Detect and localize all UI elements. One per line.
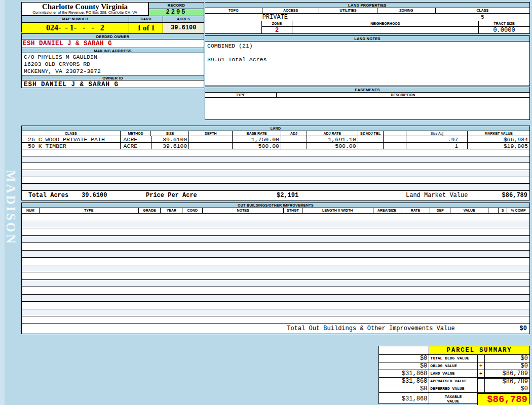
summary-left-value: $0 <box>379 362 429 370</box>
summary-left-value: $31,868 <box>379 370 429 377</box>
land-row-method: ACRE <box>121 136 151 142</box>
land-market-value-label: Land Market Value <box>406 192 468 199</box>
land-row-sz-adj-tbl <box>358 136 384 142</box>
empty-row <box>22 316 529 324</box>
acres-label: ACRES <box>163 16 204 22</box>
land-row-class: 50 K TIMBER <box>22 143 121 149</box>
deeded-owner-value: ESH DANIEL J & SARAH G <box>22 39 204 48</box>
summary-right-value: $86,789 <box>485 378 529 385</box>
land-row-depth <box>189 143 233 149</box>
ob-col-year: YEAR <box>161 208 182 213</box>
summary-left-value: $0 <box>379 355 429 362</box>
land-note-line: 39.61 Total Acres <box>207 56 529 63</box>
summary-left-value: $31,868 <box>379 393 429 405</box>
deeded-owner-label: DEEDED OWNER <box>22 34 204 39</box>
land-col-depth: DEPTH <box>189 131 233 136</box>
summary-row-taxable: $31,868 TAXABLE VALUE $86,789 <box>379 393 529 405</box>
land-totals-row: Total Acres 39.6100 Price Per Acre $2,19… <box>22 191 529 200</box>
record-value: 2295 <box>149 9 204 16</box>
col-zoning: ZONING <box>377 8 436 13</box>
land-note-line: COMBINED (21) <box>207 43 529 49</box>
summary-right-value: $0 <box>485 362 529 370</box>
county-header-box: Charlotte County Virginia Commissioner o… <box>21 2 148 16</box>
land-col-size: SIZE <box>151 131 189 136</box>
land-row-base-rate: 1,750.00 <box>233 136 281 142</box>
mailing-address-line: MCKENNY, VA 23872-3872 <box>24 68 204 75</box>
out-buildings-title: OUT BUILDINGS/OTHER IMPROVEMENTS <box>22 203 529 208</box>
tract-size-value: 0.0000 <box>479 27 529 34</box>
owner-id-label: OWNER ID <box>22 75 204 80</box>
col-access: ACCESS <box>262 8 320 13</box>
mailing-address-label: MAILING ADDRESS <box>22 48 204 53</box>
card-label: CARD <box>129 16 164 22</box>
empty-row <box>22 156 529 164</box>
land-col-size-adj: Size Adj <box>406 131 468 136</box>
land-col-method: METHOD <box>121 131 151 136</box>
ob-col-dep: DEP <box>430 208 450 213</box>
empty-row <box>22 177 529 184</box>
ob-col-value: VALUE <box>450 208 488 213</box>
summary-label: DEFERRED VALUE <box>429 385 477 392</box>
land-row-class: 26 C WOOD PRIVATE PATH <box>22 136 121 142</box>
price-per-acre-label: Price Per Acre <box>146 192 197 199</box>
ob-col-type: TYPE <box>40 208 139 213</box>
col-class: CLASS <box>436 8 529 13</box>
total-acres-value: 39.6100 <box>82 192 107 199</box>
record-box: RECORD 2295 <box>148 2 204 16</box>
easements-box: EASEMENTS TYPE DESCRIPTION <box>205 87 530 120</box>
ob-col-blank <box>488 208 499 213</box>
card-value: 1 of 1 <box>129 23 164 33</box>
parcel-summary: PARCEL SUMMARY $0 TOTAL BLDG VALUE $0 $0… <box>378 346 530 404</box>
empty-row <box>22 184 529 191</box>
col-utilities: UTILITIES <box>319 8 377 13</box>
mailing-address-line: C/O PHYLLIS M GAULDIN <box>24 54 204 61</box>
ob-col-notes: NOTES <box>203 208 284 213</box>
owner-block: DEEDED OWNER ESH DANIEL J & SARAH G MAIL… <box>21 33 204 88</box>
empty-row <box>22 243 529 251</box>
empty-row <box>22 163 529 170</box>
map-number-label: MAP NUMBER <box>22 16 129 22</box>
empty-row <box>22 228 529 236</box>
land-row-adj-rate: 500.00 <box>307 143 358 149</box>
parcel-summary-title: PARCEL SUMMARY <box>429 346 529 354</box>
land-title: LAND <box>22 126 529 131</box>
empty-row <box>22 251 529 258</box>
easements-title: EASEMENTS <box>205 87 529 93</box>
ob-col-pct-comp: % COMP <box>507 208 529 213</box>
summary-left-value: $0 <box>379 385 429 392</box>
land-col-market-value: MARKET VALUE <box>468 131 529 136</box>
land-row-market-value: $19,805 <box>468 143 529 149</box>
empty-row <box>22 309 529 317</box>
summary-row-obldg: $0 OBLDG VALUE + $0 <box>379 362 529 370</box>
empty-row <box>22 295 529 302</box>
land-col-class: CLASS <box>22 131 121 136</box>
summary-row-deferred: $0 DEFERRED VALUE - $0 <box>379 385 529 393</box>
summary-label: TOTAL BLDG VALUE <box>429 355 477 362</box>
summary-op: - <box>478 385 485 392</box>
land-row-size-adj: 1 <box>406 143 468 149</box>
land-properties-box: LAND PROPERTIES TOPO ACCESS UTILITIES ZO… <box>205 2 530 34</box>
neighborhood-label: NEIGHBORHOOD <box>292 21 479 26</box>
ob-col-grade: GRADE <box>139 208 161 213</box>
empty-row <box>22 170 529 177</box>
acres-value: 39.6100 <box>163 23 204 33</box>
class-value: 5 <box>436 14 529 21</box>
land-row-sz-adj-tbl <box>358 143 384 149</box>
property-record-card: MADISON Charlotte County Virginia Commis… <box>0 0 532 405</box>
out-buildings-empty-rows <box>22 214 529 324</box>
empty-row <box>22 280 529 288</box>
empty-row <box>22 258 529 265</box>
zone-value: 2 <box>262 27 292 34</box>
summary-op: + <box>478 370 485 377</box>
land-table: LAND CLASS METHOD SIZE DEPTH BASE RATE A… <box>21 126 530 200</box>
ob-col-num: NUM <box>22 208 40 213</box>
out-buildings-table: OUT BUILDINGS/OTHER IMPROVEMENTS NUM TYP… <box>21 202 530 334</box>
land-row-base-rate: 500.00 <box>233 143 281 149</box>
summary-label: OBLDG VALUE <box>429 362 477 370</box>
summary-label: LAND VALUE <box>429 370 477 377</box>
ob-col-sthgt: STHGT <box>284 208 302 213</box>
access-value: PRIVATE <box>262 14 320 21</box>
land-col-adj: ADJ <box>281 131 307 136</box>
mailing-address-line: 16203 OLD CRYORS RD <box>24 61 204 68</box>
land-row-adj <box>281 136 307 142</box>
